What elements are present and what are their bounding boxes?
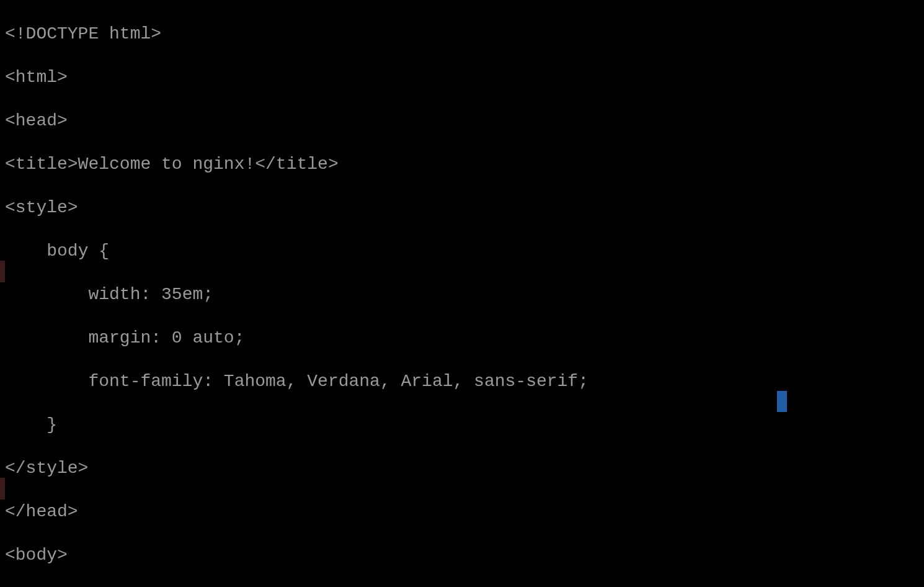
code-line: </style> (5, 457, 924, 479)
code-line: </head> (5, 501, 924, 522)
gutter-mark (0, 478, 5, 500)
code-line: } (5, 414, 924, 436)
text-cursor (777, 391, 787, 412)
code-line: margin: 0 auto; (5, 327, 924, 349)
code-line: <html> (5, 66, 924, 88)
code-line: width: 35em; (5, 284, 924, 305)
code-line: <head> (5, 110, 924, 132)
code-line: font-family: Tahoma, Verdana, Arial, san… (5, 370, 924, 392)
code-line: <body> (5, 544, 924, 566)
text-editor-content[interactable]: <!DOCTYPE html> <html> <head> <title>Wel… (0, 0, 924, 587)
code-line: body { (5, 240, 924, 262)
code-line: <!DOCTYPE html> (5, 23, 924, 45)
code-line: <title>Welcome to nginx!</title> (5, 153, 924, 175)
gutter-mark (0, 261, 5, 282)
code-line: <style> (5, 197, 924, 218)
